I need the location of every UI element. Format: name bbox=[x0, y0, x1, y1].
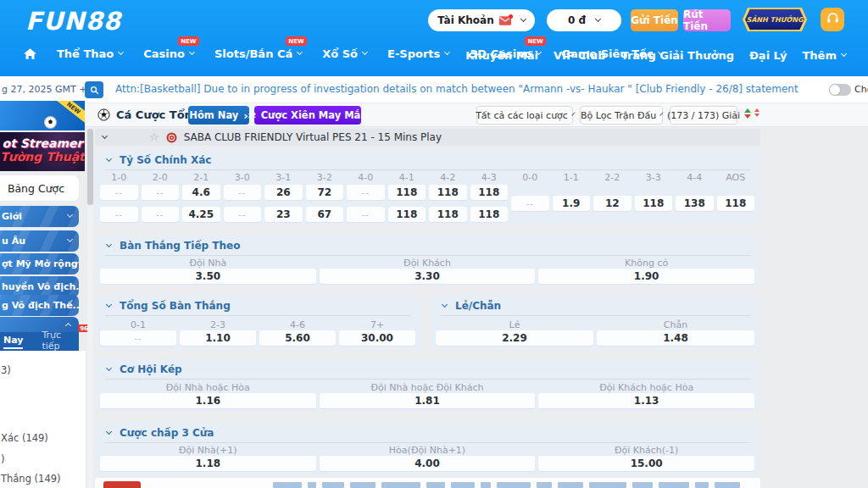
section-title: Bàn Thắng Tiếp Theo bbox=[120, 240, 240, 252]
nav-item-rewards-page[interactable]: Trang Giải Thưởng bbox=[621, 49, 734, 62]
rewards-lobby-button[interactable]: SẢNH THƯỞNG bbox=[743, 8, 807, 31]
odds-button[interactable]: 138 bbox=[676, 196, 714, 211]
odds-button[interactable]: 1.13 bbox=[538, 393, 754, 408]
market-3way-handicap: Cược chấp 3 Cửa Đội Nhà(+1) Hòa(Đội Nhà+… bbox=[95, 422, 760, 474]
odds-button[interactable]: 118 bbox=[470, 207, 509, 222]
market-correct-score: Tỷ Số Chính Xác 1-0 2-0 2-1 3-0 3-1 3-2 … bbox=[95, 149, 760, 225]
nav-item-esports[interactable]: E-Sports bbox=[387, 47, 449, 60]
odds-button[interactable]: 26 bbox=[264, 185, 303, 200]
sidebar-league-championship-2[interactable]: g Vô địch Thế... bbox=[0, 295, 79, 316]
nav-item-sports[interactable]: Thể Thao bbox=[57, 47, 123, 60]
odds-button[interactable]: 1.9 bbox=[553, 196, 591, 211]
odds-button[interactable]: 118 bbox=[388, 185, 426, 200]
odds-button[interactable]: -- bbox=[511, 196, 549, 211]
odds-button[interactable]: 118 bbox=[429, 185, 467, 200]
nav-item-casino[interactable]: CasinoNEW bbox=[143, 47, 194, 60]
odds-button[interactable]: 1.48 bbox=[597, 330, 754, 346]
brand-logo[interactable]: FUN88 bbox=[25, 7, 121, 36]
collapse-chevron-icon[interactable] bbox=[102, 132, 108, 138]
odds-button[interactable]: 4.00 bbox=[320, 456, 536, 471]
odds-button[interactable]: 118 bbox=[635, 196, 673, 211]
list-item[interactable]: Thắng (149) bbox=[1, 473, 61, 485]
odds-button[interactable]: 1.16 bbox=[100, 393, 316, 408]
today-button[interactable]: Hôm Nay› bbox=[188, 106, 249, 125]
odds-button[interactable]: 12 bbox=[593, 196, 632, 211]
option-label: Hòa(Đội Nhà+1) bbox=[320, 445, 536, 456]
odds-button[interactable]: 3.50 bbox=[100, 269, 316, 284]
odds-button[interactable]: -- bbox=[100, 185, 138, 200]
league-count[interactable]: (173 / 173) Giải bbox=[670, 106, 737, 125]
sidebar-league-europe[interactable]: u Âu bbox=[0, 230, 79, 252]
section-chevron-icon[interactable] bbox=[442, 301, 448, 307]
odds-button[interactable]: 4.6 bbox=[182, 185, 220, 200]
odds-button[interactable]: 1.81 bbox=[320, 393, 536, 408]
odds-button[interactable]: 1.10 bbox=[180, 330, 256, 346]
odds-button[interactable]: -- bbox=[100, 207, 138, 222]
odds-button[interactable]: 67 bbox=[306, 207, 344, 222]
promo-banner-streamer[interactable]: ot Streamer Tường Thuật bbox=[0, 132, 85, 171]
section-chevron-icon[interactable] bbox=[106, 155, 112, 161]
support-button[interactable] bbox=[821, 8, 844, 31]
odds-button[interactable]: 72 bbox=[306, 185, 344, 200]
odds-button[interactable]: 2.29 bbox=[436, 330, 593, 346]
nav-item-lottery[interactable]: Xổ Số bbox=[322, 47, 367, 60]
match-group-header[interactable]: ☆ SABA CLUB FRIENDLY Virtual PES 21 - 15… bbox=[95, 129, 760, 146]
odds-button[interactable]: 3.30 bbox=[320, 269, 536, 284]
odds-button[interactable]: 118 bbox=[470, 185, 509, 200]
match-filter-dropdown[interactable]: Bộ Lọc Trận Đấu bbox=[580, 106, 663, 125]
section-chevron-icon[interactable] bbox=[106, 364, 112, 370]
bet-type-filter-dropdown[interactable]: Tất cả các loại cược bbox=[476, 106, 573, 125]
promo-banner-sports[interactable]: NEW bbox=[0, 101, 85, 130]
nav-item-slots[interactable]: Slots/Bắn CáNEW bbox=[214, 47, 302, 60]
sort-odds-icon[interactable] bbox=[744, 108, 760, 119]
nav-item-vip-club[interactable]: VIP Club bbox=[554, 49, 606, 62]
option-label: 7+ bbox=[339, 319, 415, 330]
announcement-bar: g 27, 2025 GMT +7 Attn:[Basketball] Due … bbox=[0, 76, 868, 103]
odds-button[interactable]: 118 bbox=[388, 207, 426, 222]
sidebar-league-us-open[interactable]: ợt Mỹ Mở rộng bbox=[0, 253, 79, 274]
tab-live[interactable]: Trực tiếp 96 bbox=[42, 330, 79, 353]
deposit-button[interactable]: Gửi Tiền bbox=[631, 9, 678, 31]
odds-button[interactable]: 15.00 bbox=[538, 456, 754, 471]
odds-button[interactable]: -- bbox=[224, 207, 262, 222]
odds-button[interactable]: -- bbox=[142, 207, 180, 222]
odds-button[interactable]: 23 bbox=[264, 207, 303, 222]
section-chevron-icon[interactable] bbox=[106, 428, 112, 434]
odds-button[interactable]: 5.60 bbox=[259, 330, 336, 346]
odds-button[interactable]: 30.00 bbox=[339, 330, 415, 346]
home-icon[interactable] bbox=[24, 48, 36, 59]
account-menu[interactable]: Tài Khoản bbox=[428, 9, 535, 31]
search-icon bbox=[90, 82, 99, 98]
odds-button[interactable]: -- bbox=[142, 185, 180, 200]
search-button[interactable] bbox=[85, 81, 103, 98]
option-label: Đội Nhà hoặc Đội Khách bbox=[320, 382, 536, 393]
nav-item-promotions[interactable]: Khuyến Mãi bbox=[465, 49, 538, 62]
odds-button[interactable]: -- bbox=[347, 185, 385, 200]
odds-button[interactable]: -- bbox=[347, 207, 385, 222]
odds-button[interactable]: 118 bbox=[717, 196, 755, 211]
odds-button[interactable]: 1.18 bbox=[100, 456, 316, 471]
view-mode-toggle[interactable] bbox=[829, 84, 851, 96]
odds-button[interactable]: -- bbox=[224, 185, 262, 200]
section-chevron-icon[interactable] bbox=[106, 241, 112, 247]
odds-button[interactable]: 4.25 bbox=[182, 207, 220, 222]
sidebar-league-world[interactable]: Giới bbox=[0, 206, 79, 227]
odds-button[interactable]: -- bbox=[100, 330, 176, 346]
odds-button[interactable]: 1.90 bbox=[538, 269, 754, 284]
scrollbar-thumb[interactable] bbox=[87, 129, 93, 205]
favorite-star-icon[interactable]: ☆ bbox=[149, 131, 159, 142]
balance-menu[interactable]: 0 đ bbox=[547, 9, 621, 31]
section-chevron-icon[interactable] bbox=[106, 301, 112, 307]
list-item[interactable]: Xác (149) bbox=[1, 432, 48, 444]
odds-button[interactable]: 118 bbox=[429, 207, 467, 222]
option-label: Đội Khách bbox=[320, 258, 536, 269]
list-item[interactable]: ) bbox=[1, 453, 5, 465]
nav-item-more[interactable]: Thêm bbox=[803, 49, 847, 62]
list-item[interactable]: 3) bbox=[1, 364, 11, 376]
lucky-parlay-button[interactable]: ⇄Cược Xiên May Mắn bbox=[254, 106, 361, 125]
tab-today[interactable]: Nay bbox=[3, 335, 23, 349]
withdraw-button[interactable]: Rút Tiền bbox=[683, 9, 731, 31]
nav-item-agent[interactable]: Đại Lý bbox=[749, 49, 787, 62]
bet-slip-button[interactable]: Bảng Cược bbox=[0, 175, 79, 201]
chevron-down-icon bbox=[595, 15, 601, 21]
